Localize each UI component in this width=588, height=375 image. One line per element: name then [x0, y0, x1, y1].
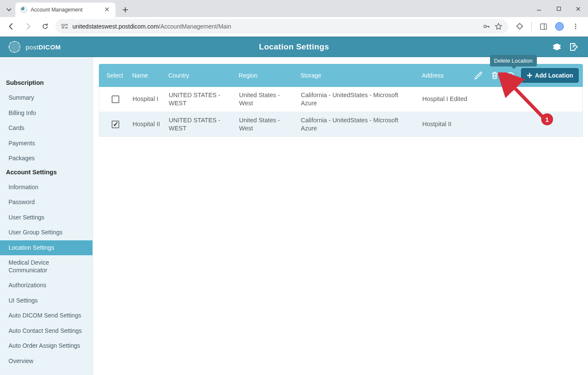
cell-storage: California - UnitedStates - Microsoft Az… — [297, 91, 418, 107]
svg-point-2 — [484, 25, 487, 28]
cell-address: Hostpital II — [418, 120, 478, 128]
table-header: Select Name Country Region Storage Addre… — [99, 64, 583, 87]
brand-mark-icon — [8, 40, 21, 54]
profile-avatar-icon — [555, 22, 564, 31]
kebab-icon — [572, 23, 579, 30]
nav-back-button[interactable] — [4, 20, 18, 33]
cell-select — [103, 121, 128, 128]
sidebar-item-packages[interactable]: Packages — [0, 151, 92, 166]
tooltip-delete-location: Delete Location — [490, 55, 537, 66]
window-controls — [529, 2, 588, 16]
url-text: unitedstateswest.postdicom.com/AccountMa… — [72, 23, 478, 30]
plus-icon — [122, 7, 128, 13]
close-icon — [576, 6, 581, 12]
reload-icon — [41, 23, 49, 30]
sidebar-item-cards[interactable]: Cards — [0, 121, 92, 136]
sidebar-item-overview[interactable]: Overview — [0, 354, 92, 369]
arrow-right-icon — [24, 23, 32, 30]
sidebar-item-medical-device-communicator[interactable]: Medical Device Communicator — [0, 255, 92, 278]
tab-title: Account Management — [31, 7, 101, 13]
sidebar-item-authorizations[interactable]: Authorizations — [0, 278, 92, 293]
tab-bar: Account Management — [0, 0, 588, 17]
password-key-icon[interactable] — [483, 23, 490, 30]
add-location-button[interactable]: Add Location — [521, 68, 579, 83]
sidebar-heading: Account Settings — [0, 166, 92, 180]
arrow-left-icon — [7, 23, 15, 30]
tab-favicon-icon — [20, 6, 27, 13]
edit-button[interactable] — [473, 69, 484, 81]
svg-point-5 — [575, 26, 576, 27]
delete-button[interactable]: Delete Location — [489, 69, 501, 81]
new-tab-button[interactable] — [119, 3, 132, 16]
column-header-select: Select — [102, 72, 128, 79]
cell-name: Hospital I — [128, 95, 164, 103]
brand-logo[interactable]: postDICOM — [8, 40, 61, 54]
address-bar: unitedstateswest.postdicom.com/AccountMa… — [0, 17, 588, 36]
sidebar: SubscriptionSummaryBilling InfoCardsPaym… — [0, 57, 93, 375]
main-layout: SubscriptionSummaryBilling InfoCardsPaym… — [0, 57, 588, 375]
add-location-label: Add Location — [535, 72, 573, 79]
svg-rect-0 — [557, 7, 560, 10]
window-maximize-button[interactable] — [549, 2, 568, 16]
cell-storage: California - UnitedStates - Microsoft Az… — [297, 116, 418, 133]
sidebar-item-user-settings[interactable]: User Settings — [0, 210, 92, 225]
browser-tab[interactable]: Account Management — [15, 3, 115, 17]
nav-reload-button[interactable] — [38, 20, 52, 33]
table-row[interactable]: Hospital IUNITED STATES - WESTUnited Sta… — [99, 87, 582, 112]
table-body: Hospital IUNITED STATES - WESTUnited Sta… — [99, 87, 583, 137]
sidebar-item-user-group-settings[interactable]: User Group Settings — [0, 225, 92, 240]
svg-point-6 — [575, 28, 576, 29]
cell-address: Hospital I Edited — [418, 95, 478, 103]
refresh-button[interactable] — [505, 69, 517, 81]
puzzle-icon — [516, 23, 524, 30]
sidebar-item-auto-contact-send-settings[interactable]: Auto Contact Send Settings — [0, 323, 92, 339]
app-header: postDICOM Location Settings — [0, 37, 588, 57]
sidebar-item-auto-dicom-send-settings[interactable]: Auto DICOM Send Settings — [0, 308, 92, 323]
browser-toolbar-icons — [512, 21, 584, 32]
sidebar-item-summary[interactable]: Summary — [0, 90, 92, 106]
sidebar-item-auto-order-assign-settings[interactable]: Auto Order Assign Settings — [0, 338, 92, 354]
logout-button[interactable] — [568, 40, 580, 53]
cell-name: Hospital II — [128, 120, 164, 128]
sidebar-item-information[interactable]: Information — [0, 180, 92, 195]
sidebar-heading: Subscription — [0, 77, 92, 90]
sidebar-item-password[interactable]: Password — [0, 195, 92, 210]
column-header-storage[interactable]: Storage — [296, 72, 418, 79]
nav-forward-button[interactable] — [21, 20, 35, 33]
bookmark-star-icon[interactable] — [495, 23, 502, 30]
separator — [531, 22, 532, 31]
panel-icon — [540, 23, 547, 30]
browser-menu-button[interactable] — [570, 21, 581, 32]
column-header-region[interactable]: Region — [234, 72, 296, 79]
sidebar-item-payments[interactable]: Payments — [0, 136, 92, 151]
row-checkbox[interactable] — [112, 121, 119, 128]
window-minimize-button[interactable] — [529, 2, 549, 16]
profile-button[interactable] — [554, 21, 565, 32]
page-title: Location Settings — [0, 42, 588, 52]
tab-close-button[interactable] — [104, 7, 110, 13]
sidebar-item-billing-info[interactable]: Billing Info — [0, 106, 92, 121]
tab-list-dropdown[interactable] — [3, 3, 15, 16]
sidebar-item-ui-settings[interactable]: UI Settings — [0, 293, 92, 309]
extensions-button[interactable] — [514, 21, 525, 32]
side-panel-button[interactable] — [538, 21, 549, 32]
ticket-button[interactable] — [551, 40, 563, 53]
column-header-country[interactable]: Country — [164, 72, 234, 79]
trash-icon — [490, 71, 499, 80]
window-close-button[interactable] — [568, 2, 588, 16]
brand-text: postDICOM — [26, 43, 61, 51]
ticket-icon — [552, 42, 562, 52]
url-input[interactable]: unitedstateswest.postdicom.com/AccountMa… — [55, 19, 508, 34]
cell-country: UNITED STATES - WEST — [164, 91, 235, 107]
table-row[interactable]: Hospital IIUNITED STATES - WESTUnited St… — [99, 112, 582, 137]
sidebar-item-location-settings[interactable]: Location Settings — [0, 240, 92, 256]
chevron-down-icon — [6, 7, 12, 12]
column-header-name[interactable]: Name — [128, 72, 164, 79]
cell-country: UNITED STATES - WEST — [164, 116, 235, 133]
table-actions: Delete Location Add Location — [473, 68, 579, 83]
row-checkbox[interactable] — [112, 95, 119, 103]
refresh-icon — [506, 71, 516, 80]
column-header-address[interactable]: Address — [418, 72, 477, 79]
minimize-icon — [536, 6, 542, 12]
svg-rect-3 — [540, 24, 546, 29]
